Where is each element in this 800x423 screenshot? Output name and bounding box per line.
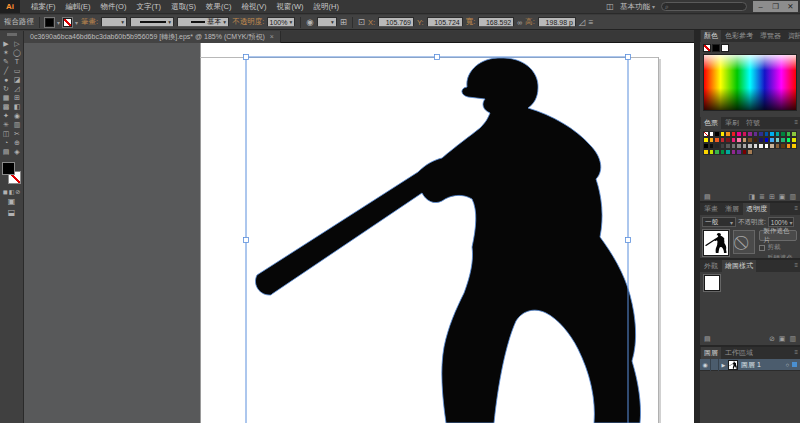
- panel-menu-icon[interactable]: ≡: [794, 32, 798, 38]
- tool-button[interactable]: ✂: [12, 129, 23, 138]
- tool-button[interactable]: ◧: [12, 102, 23, 111]
- visibility-eye-icon[interactable]: ◉: [700, 359, 711, 371]
- graphic-style-thumbnail[interactable]: [704, 275, 720, 291]
- opacity-panel-dropdown[interactable]: 100%▾: [768, 217, 794, 227]
- opacity-field[interactable]: 100%▾: [267, 17, 295, 27]
- fill-dropdown-icon[interactable]: ▾: [57, 19, 60, 26]
- color-swatch[interactable]: [791, 143, 797, 149]
- menu-item[interactable]: 選取(S): [166, 0, 201, 13]
- new-color-group-icon[interactable]: ⊞: [769, 193, 775, 201]
- delete-style-icon[interactable]: ▥: [789, 335, 796, 343]
- menu-item[interactable]: 編輯(E): [61, 0, 96, 13]
- color-swatch[interactable]: [791, 137, 797, 143]
- y-field[interactable]: 105.724: [427, 17, 463, 27]
- align-icon[interactable]: ⊞: [340, 17, 347, 27]
- swatch-kinds-icon[interactable]: ◨: [748, 193, 755, 201]
- layer-row[interactable]: ◉ ▶ 圖層 1 ○: [700, 359, 800, 371]
- panel-tab[interactable]: 符號: [743, 117, 763, 129]
- tool-button[interactable]: ◿: [12, 84, 23, 93]
- x-field[interactable]: 105.769: [378, 17, 414, 27]
- lock-cell[interactable]: [711, 359, 719, 371]
- tool-button[interactable]: ▶: [1, 39, 12, 48]
- panel-menu-icon[interactable]: ≡: [794, 349, 798, 355]
- gradient-mode-button[interactable]: ◧: [9, 188, 15, 195]
- panel-tab[interactable]: 圖層: [701, 347, 721, 359]
- tool-button[interactable]: ◔: [1, 138, 12, 147]
- panel-tab[interactable]: 顏色: [701, 30, 721, 42]
- stroke-weight-field[interactable]: ▾: [101, 17, 127, 27]
- tool-button[interactable]: ✶: [1, 48, 12, 57]
- object-thumbnail[interactable]: [703, 230, 729, 256]
- recolor-artwork-icon[interactable]: ◉: [306, 17, 313, 27]
- screen-mode-button[interactable]: ⬓: [8, 208, 16, 217]
- tool-button[interactable]: ▥: [12, 120, 23, 129]
- close-button[interactable]: ✕: [783, 1, 798, 12]
- fill-proxy[interactable]: [2, 162, 15, 175]
- tool-button[interactable]: ╱: [1, 66, 12, 75]
- canvas[interactable]: [24, 43, 694, 423]
- tool-button[interactable]: ◪: [12, 75, 23, 84]
- selection-color-chip[interactable]: [792, 362, 797, 367]
- height-field[interactable]: 198.98 p: [538, 17, 576, 27]
- stroke-color-swatch[interactable]: [63, 18, 72, 27]
- tool-button[interactable]: ▭: [12, 66, 23, 75]
- workspace-switcher[interactable]: 基本功能 ▾: [620, 2, 655, 12]
- panel-tab[interactable]: 色彩參考: [722, 30, 756, 42]
- menu-item[interactable]: 說明(H): [309, 0, 344, 13]
- panel-tab[interactable]: 透明度: [743, 203, 770, 215]
- transform-menu-icon[interactable]: ≡: [588, 17, 593, 27]
- tool-button[interactable]: T: [12, 57, 23, 66]
- stroke-dropdown-icon[interactable]: ▾: [75, 19, 78, 26]
- swatch-libraries-icon[interactable]: ▤: [704, 193, 711, 201]
- fill-color-swatch[interactable]: [45, 18, 54, 27]
- swatch-options-icon[interactable]: ≣: [759, 193, 765, 201]
- style-libraries-icon[interactable]: ▤: [704, 335, 711, 343]
- panel-tab[interactable]: 繪圖樣式: [722, 260, 756, 272]
- tool-button[interactable]: ▤: [1, 147, 12, 156]
- none-swatch[interactable]: [703, 44, 711, 52]
- layer-thumbnail[interactable]: [728, 360, 738, 370]
- color-mode-button[interactable]: ◼: [3, 188, 8, 195]
- tool-button[interactable]: ⊞: [12, 93, 23, 102]
- menu-item[interactable]: 效果(C): [201, 0, 236, 13]
- tool-button[interactable]: ◈: [12, 147, 23, 156]
- blend-mode-dropdown[interactable]: 一般▾: [702, 217, 736, 227]
- panel-tab[interactable]: 筆畫: [701, 203, 721, 215]
- clip-checkbox[interactable]: [759, 245, 765, 251]
- stroke-weight-label[interactable]: 筆畫:: [81, 17, 98, 27]
- panel-menu-icon[interactable]: ≡: [794, 262, 798, 268]
- tool-button[interactable]: ▦: [1, 93, 12, 102]
- layer-name[interactable]: 圖層 1: [741, 360, 761, 370]
- color-swatch[interactable]: [747, 149, 753, 155]
- style-dropdown[interactable]: ▾: [317, 17, 337, 27]
- new-swatch-icon[interactable]: ▣: [779, 193, 786, 201]
- color-spectrum[interactable]: [703, 54, 797, 111]
- panel-tab[interactable]: 色票: [701, 117, 721, 129]
- tool-button[interactable]: ●: [1, 75, 12, 84]
- tool-button[interactable]: ↻: [1, 84, 12, 93]
- tool-button[interactable]: ⊕: [12, 138, 23, 147]
- menu-item[interactable]: 檔案(F): [26, 0, 61, 13]
- black-swatch[interactable]: [712, 44, 720, 52]
- arrange-documents-icon[interactable]: ◫: [606, 2, 614, 11]
- panel-tab[interactable]: 筆刷: [722, 117, 742, 129]
- batter-silhouette[interactable]: [255, 58, 640, 423]
- tab-close-icon[interactable]: ×: [270, 33, 274, 40]
- restore-button[interactable]: ❐: [768, 1, 783, 12]
- panel-tab[interactable]: 外觀: [701, 260, 721, 272]
- menu-item[interactable]: 物件(O): [96, 0, 132, 13]
- tool-button[interactable]: ✳: [1, 120, 12, 129]
- make-mask-button[interactable]: 製作遮色片: [759, 230, 797, 241]
- delete-swatch-icon[interactable]: ▥: [789, 193, 796, 201]
- white-swatch[interactable]: [721, 44, 729, 52]
- reference-point-icon[interactable]: ⊡: [358, 17, 365, 27]
- new-style-icon[interactable]: ▣: [779, 335, 786, 343]
- width-field[interactable]: 168.592: [478, 17, 514, 27]
- menu-item[interactable]: 視窗(W): [271, 0, 308, 13]
- shear-icon[interactable]: ◿: [579, 17, 586, 27]
- panel-tab[interactable]: 工作區域: [722, 347, 756, 359]
- panel-menu-icon[interactable]: ≡: [794, 205, 798, 211]
- panel-tab[interactable]: 導覽器: [757, 30, 784, 42]
- target-circle-icon[interactable]: ○: [785, 362, 789, 368]
- tool-button[interactable]: ✎: [1, 57, 12, 66]
